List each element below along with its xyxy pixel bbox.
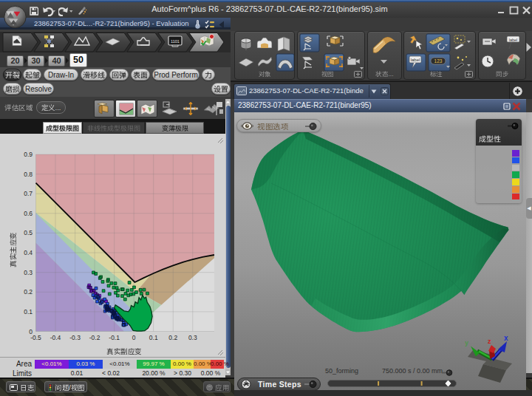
- wand-stars-2-icon[interactable]: [454, 56, 471, 69]
- fld-diagram-icon-button[interactable]: [115, 100, 136, 117]
- result-button-forces[interactable]: [202, 69, 215, 81]
- expand-group-icon[interactable]: [465, 71, 473, 78]
- part-state-icon[interactable]: [373, 37, 395, 64]
- formability-toggle[interactable]: [507, 123, 519, 129]
- sheet-axes-icon[interactable]: [302, 57, 313, 69]
- area-cell-1: 0.03 %: [69, 360, 103, 369]
- viewport-restore-icon[interactable]: [503, 103, 511, 110]
- stock-icon[interactable]: [241, 38, 251, 50]
- chart-resize-grip-top[interactable]: [216, 137, 224, 144]
- chart-resize-grip-bottom[interactable]: [216, 349, 224, 356]
- wand-stars-icon[interactable]: [454, 35, 471, 50]
- result-button-skid-lines[interactable]: [81, 69, 107, 81]
- triad-y-label: y: [465, 339, 468, 346]
- view-options-toggle[interactable]: [304, 123, 317, 130]
- eye-icon: [240, 121, 254, 131]
- expand-group-icon[interactable]: [354, 71, 362, 78]
- limit-value-3: 20.00 %: [139, 369, 168, 377]
- result-button-prod-perform[interactable]: Prod Perform: [152, 69, 200, 81]
- stage-tab-40[interactable]: 40: [48, 55, 65, 66]
- maximize-button[interactable]: [509, 6, 519, 15]
- result-button-draw-in[interactable]: Draw-In: [44, 69, 78, 81]
- cursor-icon[interactable]: [409, 35, 423, 50]
- x-tick-label: 0: [132, 334, 136, 341]
- time-slider[interactable]: [327, 379, 457, 388]
- issues-views-button[interactable]: /: [44, 381, 87, 392]
- tab-thinning-limit[interactable]: [146, 122, 204, 134]
- pages-icon[interactable]: [278, 37, 290, 51]
- view-options-pill[interactable]: [236, 119, 321, 132]
- viewport-tab-dropdown-icon[interactable]: [371, 89, 377, 94]
- collapse-panel-icon[interactable]: [218, 21, 225, 29]
- area-cell-5: 0.00 %: [194, 360, 211, 369]
- redo-icon[interactable]: [58, 7, 73, 16]
- ribbon-group-view: [297, 31, 365, 80]
- ribbon-group-state: ...: [367, 31, 402, 80]
- formability-chip-0: [512, 150, 519, 157]
- limit-value-0: 0.01: [62, 369, 92, 377]
- ribbon-overflow-arrow[interactable]: [525, 42, 532, 52]
- result-button-splits[interactable]: [3, 69, 21, 81]
- time-display-toggle[interactable]: [441, 369, 453, 376]
- thermometer-icon[interactable]: [194, 19, 201, 29]
- result-button-springback[interactable]: [109, 69, 129, 81]
- result-map-icon[interactable]: [507, 54, 520, 65]
- viewport-3d[interactable]: x z y: [234, 112, 526, 390]
- close-button[interactable]: [522, 6, 531, 15]
- orientation-triad: x z y: [457, 334, 526, 389]
- autoform-logo-button[interactable]: [4, 5, 27, 29]
- stage-tab-30[interactable]: 30: [27, 55, 44, 66]
- cube-frame-icon[interactable]: [327, 36, 343, 46]
- svg-text:123: 123: [434, 58, 443, 64]
- y-tick-label: 0.7: [24, 190, 33, 197]
- clock-icon[interactable]: [482, 55, 494, 67]
- label-pin-icon[interactable]: label: [507, 36, 519, 49]
- scrollbar-up-arrow[interactable]: [225, 99, 231, 105]
- marker-flag-icon-button[interactable]: [213, 100, 225, 117]
- binder-icon[interactable]: [257, 38, 272, 48]
- log-button[interactable]: [6, 381, 35, 392]
- ribbon-top-spacer: [231, 18, 532, 31]
- time-steps-label: Time Steps: [258, 380, 301, 389]
- undo-icon[interactable]: [41, 7, 56, 16]
- tab-nonlinear-fld[interactable]: [83, 122, 145, 134]
- viewport-close-icon[interactable]: [512, 102, 521, 111]
- formability-legend-panel[interactable]: [476, 119, 522, 203]
- camera-icon[interactable]: [347, 57, 364, 70]
- iso-view-icon-button[interactable]: [94, 100, 115, 117]
- section-sheet-icon-button[interactable]: [160, 100, 180, 117]
- apply-button[interactable]: [203, 381, 231, 392]
- reset-highlights-icon[interactable]: [77, 6, 87, 16]
- section-cross-icon-button[interactable]: [180, 100, 201, 117]
- settings-button[interactable]: [211, 83, 231, 95]
- add-view-button[interactable]: [512, 86, 523, 97]
- result-button-resolve[interactable]: Resolve: [23, 83, 54, 95]
- ribbon-group-sync: label: [478, 31, 526, 80]
- limits-row-label: Limits: [0, 369, 32, 378]
- result-button-wrinkles[interactable]: [23, 69, 41, 81]
- scrollbar-down-arrow[interactable]: [225, 369, 231, 375]
- area-row-label: Area: [0, 360, 32, 368]
- scrollbar-thumb[interactable]: [226, 106, 231, 368]
- fld-chart[interactable]: 00.10.20.30.40.50.60.70.80.9-0.5-0.4-0.3…: [0, 134, 225, 357]
- stage-tab-50[interactable]: 50: [69, 53, 87, 67]
- curved-sheet-icon[interactable]: [258, 57, 272, 66]
- tab-forming-limit-diagram[interactable]: [43, 122, 82, 134]
- fld-map-icon-button[interactable]: [137, 100, 157, 117]
- evaluation-tab-title[interactable]: 23862753-07-DL...-R2-721(binder95) - Eva…: [34, 19, 182, 27]
- ribbon-group-annotations: label 123: [403, 31, 476, 80]
- camera-sync-icon[interactable]: [482, 38, 496, 45]
- triad-x-label: x: [504, 334, 508, 342]
- stage-tab-20[interactable]: 20: [7, 55, 24, 66]
- time-steps-toggle[interactable]: [304, 380, 317, 388]
- checklist-icon[interactable]: [205, 20, 215, 29]
- result-button-wear[interactable]: [3, 83, 21, 95]
- panel-expand-handle[interactable]: ◀: [526, 198, 532, 219]
- result-button-surface[interactable]: [131, 69, 150, 81]
- minimize-button[interactable]: [497, 6, 506, 15]
- viewport-tab-close-icon[interactable]: [381, 87, 389, 95]
- flat-sheet-icon[interactable]: [239, 58, 253, 66]
- define-region-button[interactable]: ...: [36, 101, 66, 114]
- process-step-tool-setup[interactable]: [127, 33, 162, 52]
- save-icon[interactable]: [30, 7, 38, 16]
